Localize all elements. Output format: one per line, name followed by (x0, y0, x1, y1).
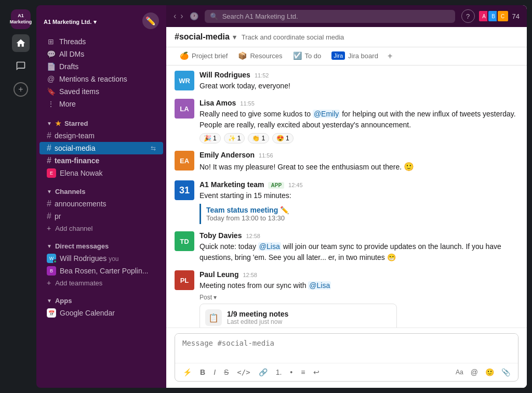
channel-dropdown-button[interactable]: ▾ (233, 33, 236, 41)
add-workspace-button[interactable]: + (14, 82, 28, 97)
add-tab-button[interactable]: + (383, 47, 396, 65)
bullet-list-button[interactable]: • (287, 366, 295, 378)
event-title[interactable]: Team status meeting ✏️ (206, 206, 513, 214)
saved-icon: 🔖 (47, 87, 55, 96)
lisa-mention-paul[interactable]: @Lisa (308, 281, 331, 290)
lisa-mention-toby[interactable]: @Lisa (258, 242, 281, 251)
sidebar-nav: ⊞ Threads 💬 All DMs 📄 Drafts @ Mentions … (36, 35, 166, 388)
sidebar-item-saved[interactable]: 🔖 Saved items (39, 85, 163, 98)
link-button[interactable]: 🔗 (256, 366, 270, 378)
add-teammates-button[interactable]: + Add teammates (39, 277, 163, 289)
emily-message-content: Emily Anderson 11:56 No! It was my pleas… (200, 151, 518, 173)
reaction-sparkles[interactable]: ✨1 (224, 133, 245, 143)
ordered-list-button[interactable]: 1. (273, 366, 285, 378)
post-label[interactable]: Post ▾ (200, 294, 518, 301)
all-dms-icon: 💬 (47, 50, 55, 58)
italic-button[interactable]: I (211, 366, 218, 378)
sidebar-item-all-dms[interactable]: 💬 All DMs (39, 48, 163, 60)
message-toolbar: ⚡ B I S </> 🔗 1. • ≡ ↩ Aa @ 🙂 📎 (175, 363, 518, 381)
sidebar-app-gcal[interactable]: 📅 Google Calendar (39, 307, 163, 319)
search-bar[interactable]: 🔍 Search A1 Marketing Ltd. (205, 10, 455, 23)
member-avatars[interactable]: A B C (481, 10, 509, 22)
lisa-text: Really need to give some kudos to @Emily… (200, 109, 518, 130)
channels-section-header[interactable]: ▼ Channels (39, 182, 163, 198)
help-button[interactable]: ? (461, 9, 475, 23)
emily-mention[interactable]: @Emily (313, 110, 340, 118)
channel-tabs: 🍊 Project brief 📦 Resources ☑️ To do Jir… (166, 47, 527, 66)
lightning-button[interactable]: ⚡ (180, 366, 194, 378)
forward-button[interactable]: › (180, 11, 183, 21)
sidebar-dm-bea-carter[interactable]: B Bea Rosen, Carter Poplin... (39, 265, 163, 277)
bold-button[interactable]: B (197, 366, 208, 378)
messages-area: WR Will Rodrigues 11:52 Great work today… (166, 66, 527, 328)
emily-text: No! It was my pleasure! Great to see the… (200, 161, 518, 173)
post-subtitle: Last edited just now (227, 318, 288, 325)
sidebar-channel-social-media[interactable]: # social-media ⇆ (39, 142, 163, 154)
group-dm-avatar: B (47, 266, 56, 276)
reaction-heart-eyes[interactable]: 😍1 (272, 133, 294, 143)
will-text: Great work today, everyone! (200, 81, 518, 91)
add-channel-button[interactable]: + Add channel (39, 222, 163, 234)
sidebar-dm-will[interactable]: W Will Rodrigues you (39, 252, 163, 265)
sidebar-channel-announcements[interactable]: # announcements (39, 198, 163, 210)
hash-icon: # (47, 156, 51, 165)
toby-message-avatar: TD (175, 231, 194, 251)
strikethrough-button[interactable]: S (221, 366, 231, 378)
reaction-clap[interactable]: 👏1 (248, 133, 269, 143)
emily-message-header: Emily Anderson 11:56 (200, 151, 518, 159)
member-avatar-3: C (497, 10, 509, 22)
font-size-button[interactable]: Aa (453, 366, 466, 378)
tab-to-do[interactable]: ☑️ To do (288, 47, 327, 65)
sidebar-channel-team-finance[interactable]: # team-finance (39, 154, 163, 167)
post-icon: 📋 (205, 309, 222, 326)
will-message-avatar: WR (175, 71, 194, 90)
a1-app-content: A1 Marketing team APP 12:45 Event starti… (200, 180, 518, 224)
tab-project-brief[interactable]: 🍊 Project brief (175, 47, 233, 65)
sidebar-channel-design-team[interactable]: # design-team (39, 129, 163, 142)
home-icon[interactable] (12, 34, 30, 52)
todo-icon: ☑️ (293, 51, 302, 60)
sidebar-item-drafts[interactable]: 📄 Drafts (39, 60, 163, 73)
icon-bar: A1 Marketing + (5, 5, 36, 388)
tab-resources[interactable]: 📦 Resources (233, 47, 287, 65)
workspace-name-button[interactable]: A1 Marketing Ltd. ▾ (44, 17, 97, 25)
emily-message-avatar: EA (175, 151, 194, 171)
a1-app-name: A1 Marketing team (200, 180, 264, 189)
sidebar-item-more[interactable]: ⋮ More (39, 98, 163, 110)
sidebar-item-mentions[interactable]: @ Mentions & reactions (39, 73, 163, 85)
tab-jira-board[interactable]: Jira Jira board (326, 47, 383, 65)
sidebar: A1 Marketing Ltd. ▾ ✏️ ⊞ Threads 💬 All D… (36, 5, 166, 388)
dms-icon[interactable] (12, 57, 30, 75)
sidebar-dm-elena[interactable]: E Elena Nowak (39, 167, 163, 179)
sidebar-channel-pr[interactable]: # pr (39, 210, 163, 222)
emily-time: 11:56 (259, 152, 273, 159)
back-button[interactable]: ‹ (174, 11, 176, 21)
dms-section-header[interactable]: ▼ Direct messages (39, 237, 163, 252)
mention-button[interactable]: @ (468, 366, 481, 378)
post-attachment[interactable]: 📋 1/9 meeting notes Last edited just now (200, 304, 397, 328)
post-info: 1/9 meeting notes Last edited just now (227, 310, 288, 325)
a1-app-text: Event starting in 15 minutes: (200, 190, 518, 201)
compose-button[interactable]: ✏️ (142, 12, 159, 29)
more-icon: ⋮ (47, 100, 55, 108)
sidebar-item-threads[interactable]: ⊞ Threads (39, 35, 163, 48)
code-button[interactable]: </> (234, 366, 252, 378)
paul-message-content: Paul Leung 12:58 Meeting notes from our … (200, 270, 518, 328)
indent-button[interactable]: ≡ (298, 366, 308, 378)
paul-name: Paul Leung (200, 270, 238, 279)
workspace-avatar[interactable]: A1 Marketing (11, 9, 31, 29)
apps-arrow-icon: ▼ (47, 298, 52, 304)
message-input[interactable] (175, 334, 518, 361)
starred-section-header[interactable]: ▼ ★ Starred (39, 114, 163, 129)
gcal-icon: 📅 (47, 308, 56, 318)
search-icon: 🔍 (210, 12, 218, 20)
history-button[interactable]: 🕐 (190, 12, 198, 20)
apps-section-header[interactable]: ▼ Apps (39, 292, 163, 307)
will-name: Will Rodrigues (200, 71, 250, 79)
attachment-button[interactable]: 📎 (499, 366, 513, 378)
channel-title[interactable]: #social-media ▾ (175, 32, 236, 42)
emoji-button[interactable]: 🙂 (483, 366, 497, 378)
nav-arrows: ‹ › (174, 11, 183, 21)
quote-button[interactable]: ↩ (311, 366, 322, 378)
reaction-party[interactable]: 🎉1 (200, 133, 221, 143)
